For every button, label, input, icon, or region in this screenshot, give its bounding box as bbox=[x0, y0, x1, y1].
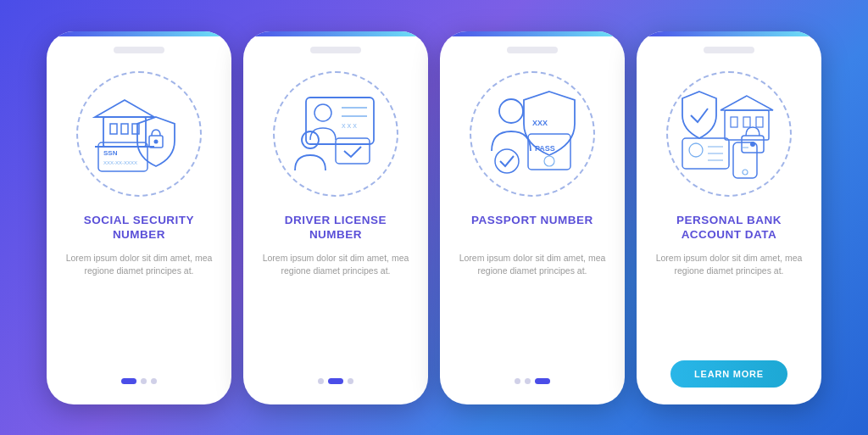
phone-passport-dots bbox=[515, 378, 550, 384]
dot-1 bbox=[515, 378, 520, 384]
dot-3 bbox=[348, 378, 353, 384]
icon-area-driver: X X X bbox=[264, 62, 408, 206]
phone-bank-body: Lorem ipsum dolor sit dim amet, mea regi… bbox=[652, 252, 806, 343]
dot-1 bbox=[318, 378, 324, 384]
phone-ssn-dots bbox=[121, 378, 157, 384]
phone-driver: X X X DRIVER LICENSE NUMBER Lorem ipsum … bbox=[243, 31, 428, 404]
phone-ssn-body: Lorem ipsum dolor sit dim amet, mea regi… bbox=[62, 252, 216, 366]
phone-ssn: SSN XXX-XX-XXXX SOCIAL SECURITY NUMBER L… bbox=[47, 31, 231, 404]
phone-ssn-title: SOCIAL SECURITY NUMBER bbox=[62, 213, 216, 243]
dashed-circle bbox=[273, 71, 398, 197]
icon-area-ssn: SSN XXX-XX-XXXX bbox=[67, 62, 211, 206]
dot-1 bbox=[121, 378, 136, 384]
dot-2 bbox=[525, 378, 531, 384]
dot-2 bbox=[328, 378, 343, 384]
phone-driver-body: Lorem ipsum dolor sit dim amet, mea regi… bbox=[259, 252, 413, 366]
icon-area-passport: XXX PASS bbox=[460, 62, 604, 206]
dashed-circle bbox=[76, 71, 202, 197]
phone-driver-dots bbox=[318, 378, 353, 384]
phone-passport-title: PASSPORT NUMBER bbox=[471, 213, 593, 243]
phone-passport-body: Lorem ipsum dolor sit dim amet, mea regi… bbox=[455, 252, 609, 366]
phones-container: SSN XXX-XX-XXXX SOCIAL SECURITY NUMBER L… bbox=[30, 14, 838, 421]
learn-more-button[interactable]: LEARN MORE bbox=[670, 360, 787, 388]
phone-bank: PERSONAL BANK ACCOUNT DATA Lorem ipsum d… bbox=[637, 31, 821, 404]
dot-3 bbox=[151, 378, 157, 384]
dashed-circle bbox=[666, 71, 792, 197]
phone-notch bbox=[507, 47, 558, 53]
phone-notch bbox=[704, 47, 754, 53]
dot-3 bbox=[535, 378, 550, 384]
phone-driver-title: DRIVER LICENSE NUMBER bbox=[259, 213, 413, 243]
phone-notch bbox=[114, 47, 164, 53]
phone-bank-title: PERSONAL BANK ACCOUNT DATA bbox=[652, 213, 806, 243]
dot-2 bbox=[141, 378, 147, 384]
dashed-circle bbox=[470, 71, 595, 197]
phone-notch bbox=[310, 47, 361, 53]
phone-passport: XXX PASS PASSPORT NUMBER Lorem bbox=[440, 31, 625, 404]
icon-area-bank bbox=[657, 62, 801, 206]
